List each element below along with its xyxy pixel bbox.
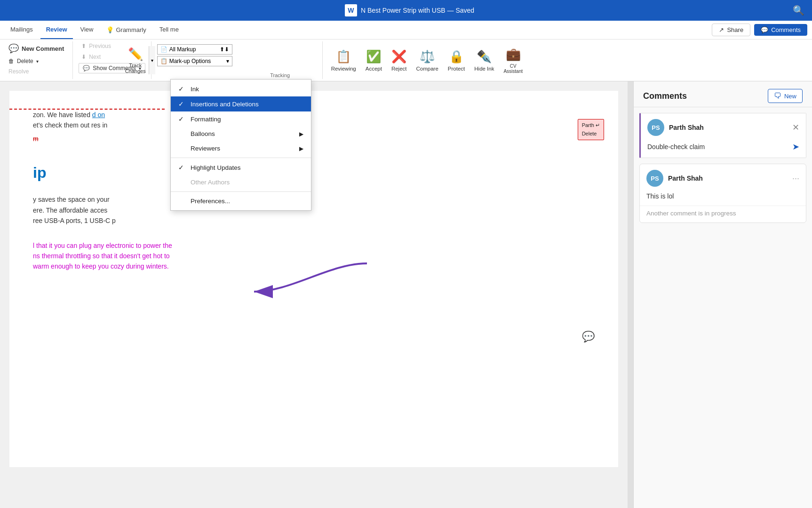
doc-spacer-3	[33, 226, 595, 240]
chat-icon[interactable]: 💬	[582, 328, 595, 345]
comments-title: Comments	[643, 91, 687, 101]
dashed-border	[9, 109, 165, 110]
doc-paragraph-4: ere. The affordable acces	[33, 205, 595, 215]
doc-paragraph-2: et's check them out res in	[33, 120, 595, 130]
comment-2-avatar: PS	[646, 170, 663, 187]
grammarly-icon: 💡	[106, 26, 114, 33]
parth-bubble: Parth ↵Delete	[578, 119, 604, 140]
comment-1-avatar: PS	[647, 119, 664, 136]
menu-separator-2	[171, 191, 311, 192]
protect-button[interactable]: 🔒 Protect	[443, 41, 470, 79]
comment-bubble-icon: 💬	[761, 26, 768, 33]
track-changes-button[interactable]: ✏️ TrackChanges ▾	[119, 41, 159, 79]
comment-2-body: This is lol	[640, 190, 806, 206]
new-comment-button[interactable]: 💬 New Comment	[6, 41, 67, 56]
accept-button[interactable]: ✅ Accept	[361, 41, 387, 79]
menu-item-other-authors: Other Authors	[171, 175, 311, 190]
menu-item-highlight-updates[interactable]: ✓ Highlight Updates	[171, 160, 311, 175]
share-icon: ↗	[719, 26, 724, 33]
show-comments-icon: 💬	[83, 65, 90, 71]
next-icon: ⬇	[81, 54, 86, 60]
doc-highlighted-paragraph: l that it you can plug any electronic to…	[33, 240, 595, 272]
new-comment-btn[interactable]: 🗨 New	[768, 89, 803, 103]
menu-item-ink[interactable]: ✓ Ink	[171, 81, 311, 96]
formatting-check-icon: ✓	[178, 115, 186, 123]
markup-options-arrow-icon: ▾	[226, 58, 229, 64]
doc-blue-heading: ip	[33, 161, 595, 185]
comment-2-text: This is lol	[646, 192, 674, 200]
menu-item-insertions-deletions[interactable]: ✓ Insertions and Deletions	[171, 96, 311, 111]
comment-2-options-icon[interactable]: ···	[792, 174, 799, 183]
tab-review[interactable]: Review	[40, 21, 73, 39]
all-markup-arrow-icon: ⬆⬇	[220, 46, 229, 53]
track-label: TrackChanges	[125, 63, 146, 74]
reviewers-arrow-icon: ▶	[299, 145, 303, 152]
track-changes-arrow[interactable]: ▾	[149, 46, 155, 74]
accept-icon: ✅	[366, 49, 381, 64]
comment-1-close-icon[interactable]: ✕	[792, 122, 799, 133]
tab-tell-me[interactable]: Tell me	[154, 21, 184, 39]
delete-button[interactable]: 🗑 Delete ▾	[6, 56, 67, 66]
doc-paragraph-5: ree USB-A ports, 1 USB-C p	[33, 215, 595, 226]
doc-paragraph-3: y saves the space on your	[33, 194, 595, 205]
menu-item-formatting[interactable]: ✓ Formatting	[171, 111, 311, 127]
markup-options-icon: 📋	[160, 58, 167, 64]
delete-icon: 🗑	[8, 58, 14, 64]
menu-item-reviewers[interactable]: Reviewers ▶	[171, 141, 311, 156]
previous-icon: ⬆	[81, 43, 86, 49]
delete-arrow-icon[interactable]: ▾	[36, 59, 39, 64]
track-arrow-icon: ▾	[151, 58, 153, 63]
comment-2-input[interactable]: Another comment is in progress	[640, 206, 806, 222]
menu-item-balloons[interactable]: Balloons ▶	[171, 127, 311, 141]
doc-spacer-1	[33, 147, 595, 161]
protect-icon: 🔒	[449, 49, 464, 64]
track-changes-icon: ✏️	[128, 47, 143, 62]
comments-button[interactable]: 💬 Comments	[754, 24, 807, 36]
share-button[interactable]: ↗ Share	[712, 24, 750, 36]
new-comment-plus-icon: 🗨	[774, 92, 781, 100]
comments-panel: Comments 🗨 New PS Parth Shah ✕ Double-ch…	[633, 81, 812, 508]
compare-button[interactable]: ⚖️ Compare	[412, 41, 443, 79]
comments-list: PS Parth Shah ✕ Double-check claim ➤ PS …	[634, 107, 812, 508]
cv-assistant-icon: 💼	[506, 47, 521, 62]
reviewing-icon: 📋	[336, 49, 351, 64]
tab-view[interactable]: View	[75, 21, 99, 39]
comment-2-author: Parth Shah	[668, 175, 703, 182]
all-markup-dropdown[interactable]: 📄 All Markup ⬆⬇	[157, 44, 232, 55]
markup-icon: 📄	[160, 46, 167, 53]
title-bar-center: W N Best Power Strip with USB — Saved	[345, 4, 474, 16]
search-icon[interactable]: 🔍	[793, 5, 804, 16]
send-icon[interactable]: ➤	[792, 142, 799, 152]
hide-ink-button[interactable]: ✒️ Hide Ink	[470, 41, 499, 79]
tab-mailings[interactable]: Mailings	[5, 21, 39, 39]
comment-2-placeholder: Another comment is in progress	[646, 210, 736, 217]
menu-item-preferences[interactable]: Preferences...	[171, 194, 311, 208]
scrollbar[interactable]	[628, 81, 633, 508]
context-menu: ✓ Ink ✓ Insertions and Deletions ✓ Forma…	[170, 79, 311, 211]
doc-paragraph-1: zon. We have listed d on	[33, 110, 595, 120]
comment-card-1-header: PS Parth Shah ✕	[641, 113, 806, 140]
comments-header: Comments 🗨 New	[634, 81, 812, 107]
new-comment-icon: 💬	[8, 43, 19, 54]
ribbon: Mailings Review View 💡 Grammarly Tell me…	[0, 21, 812, 81]
title-bar: W N Best Power Strip with USB — Saved 🔍	[0, 0, 812, 21]
deleted-text: m	[33, 135, 39, 143]
ribbon-group-comments: 💬 New Comment 🗑 Delete ▾ Resolve	[0, 41, 73, 79]
markup-options-dropdown[interactable]: 📋 Mark-up Options ▾	[157, 56, 232, 66]
reviewing-button[interactable]: 📋 Reviewing	[326, 41, 361, 79]
menu-separator-1	[171, 158, 311, 158]
comment-1-text: Double-check claim	[647, 143, 705, 151]
doc-deleted-section: m	[33, 134, 595, 144]
doc-spacer-2	[33, 185, 595, 194]
tab-grammarly[interactable]: 💡 Grammarly	[101, 24, 151, 36]
resolve-button[interactable]: Resolve	[6, 67, 67, 76]
document-page: zon. We have listed d on et's check them…	[9, 91, 618, 467]
ribbon-content: 💬 New Comment 🗑 Delete ▾ Resolve ⬆ Previ…	[0, 40, 812, 81]
cv-assistant-button[interactable]: 💼 CVAssistant	[499, 41, 527, 79]
comment-card-2-header: PS Parth Shah ···	[640, 164, 806, 190]
balloons-arrow-icon: ▶	[299, 131, 303, 137]
comment-card-1: PS Parth Shah ✕ Double-check claim ➤	[639, 113, 806, 158]
comment-1-author: Parth Shah	[669, 124, 704, 131]
tracking-group-label-container: Tracking	[238, 41, 323, 79]
reject-button[interactable]: ❌ Reject	[387, 41, 412, 79]
